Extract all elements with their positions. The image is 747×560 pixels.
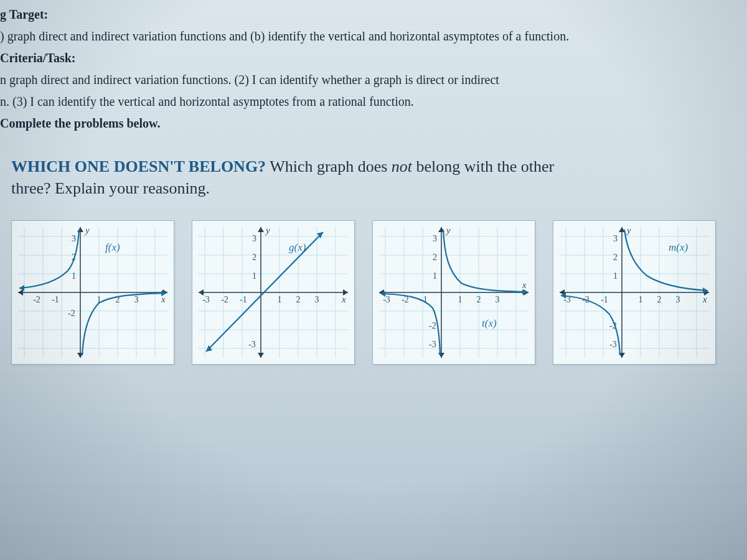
- svg-text:-2: -2: [221, 295, 228, 304]
- svg-text:-1: -1: [52, 295, 59, 304]
- svg-text:2: 2: [296, 295, 301, 304]
- criteria-text-1: n graph direct and indirect variation fu…: [0, 72, 740, 88]
- question-block: WHICH ONE DOESN'T BELONG? Which graph do…: [0, 151, 740, 209]
- svg-text:-2: -2: [68, 309, 75, 318]
- svg-text:-2: -2: [429, 321, 436, 330]
- svg-text:3: 3: [676, 295, 680, 304]
- plot-t: 3 2 1 -2 -3 -3 -2 -1 1 2 3 y x t(x): [373, 221, 535, 364]
- svg-text:3: 3: [72, 234, 76, 243]
- axes: [199, 227, 348, 358]
- svg-text:2: 2: [613, 253, 618, 262]
- svg-text:3: 3: [134, 295, 139, 304]
- complete-instruction: Complete the problems below.: [0, 115, 740, 132]
- svg-text:1: 1: [278, 295, 282, 304]
- question-rest-b: belong with the other: [412, 157, 554, 175]
- tick-labels: 3 2 1 -2 -3 -3 -2 -1 1 2 3 y x: [383, 225, 527, 349]
- svg-marker-90: [438, 353, 444, 358]
- axes: [379, 227, 529, 358]
- svg-text:3: 3: [252, 234, 256, 243]
- graph-m: 3 2 1 -2 -3 -3 -2 -1 1 2 3 y x m(x): [553, 220, 716, 365]
- fn-label-m: m(x): [669, 241, 688, 253]
- svg-text:y: y: [445, 225, 451, 235]
- tick-labels: 3 2 1 -3 -3 -2 -1 1 2 3 y x: [202, 225, 346, 349]
- svg-text:-1: -1: [601, 295, 608, 304]
- svg-text:y: y: [265, 225, 270, 235]
- svg-text:-1: -1: [240, 295, 247, 304]
- svg-text:3: 3: [315, 295, 319, 304]
- svg-text:y: y: [626, 225, 631, 235]
- svg-text:x: x: [702, 294, 707, 304]
- svg-text:1: 1: [639, 295, 643, 304]
- fn-label-f: f(x): [105, 241, 120, 253]
- svg-text:y: y: [84, 225, 90, 235]
- svg-text:3: 3: [433, 234, 437, 243]
- graph-f: 3 2 1 -2 -2 -1 1 2 3 y x f(x): [11, 220, 174, 365]
- svg-text:1: 1: [613, 271, 618, 281]
- svg-text:3: 3: [613, 234, 618, 243]
- plot-g: 3 2 1 -3 -3 -2 -1 1 2 3 y x g(x): [192, 221, 354, 364]
- svg-text:2: 2: [433, 253, 437, 262]
- criteria-text-2: n. (3) I can identify the vertical and h…: [0, 93, 740, 110]
- svg-marker-54: [258, 353, 264, 358]
- tick-labels: 3 2 1 -2 -2 -1 1 2 3 y x: [33, 225, 166, 318]
- svg-text:2: 2: [477, 295, 481, 304]
- svg-text:-3: -3: [429, 340, 436, 349]
- question-line-2: three? Explain your reasoning.: [11, 177, 733, 199]
- svg-text:1: 1: [72, 271, 76, 281]
- svg-text:1: 1: [252, 271, 256, 281]
- graph-t: 3 2 1 -2 -3 -3 -2 -1 1 2 3 y x t(x): [372, 220, 535, 365]
- svg-text:3: 3: [496, 295, 500, 304]
- question-line-1: WHICH ONE DOESN'T BELONG? Which graph do…: [11, 156, 733, 177]
- svg-text:x: x: [522, 280, 527, 290]
- criteria-label: Criteria/Task:: [0, 50, 740, 67]
- svg-text:2: 2: [657, 295, 662, 304]
- graphs-row: 3 2 1 -2 -2 -1 1 2 3 y x f(x): [0, 220, 740, 365]
- worksheet-page: g Target: ) graph direct and indirect va…: [0, 0, 747, 365]
- question-rest-a: Which graph does: [266, 157, 392, 175]
- fn-label-t: t(x): [482, 317, 497, 329]
- plot-m: 3 2 1 -2 -3 -3 -2 -1 1 2 3 y x m(x): [553, 221, 715, 364]
- svg-marker-53: [258, 227, 264, 232]
- svg-text:-3: -3: [383, 295, 390, 304]
- svg-marker-19: [77, 227, 83, 232]
- svg-text:-3: -3: [202, 295, 210, 304]
- svg-text:1: 1: [458, 295, 463, 304]
- svg-marker-18: [18, 289, 23, 296]
- svg-text:x: x: [341, 294, 346, 304]
- target-text: ) graph direct and indirect variation fu…: [0, 28, 740, 45]
- question-prefix: WHICH ONE DOESN'T BELONG?: [11, 157, 266, 175]
- svg-text:1: 1: [433, 271, 437, 281]
- svg-text:-3: -3: [248, 340, 256, 349]
- axes: [18, 227, 167, 358]
- question-not: not: [392, 157, 412, 175]
- svg-text:-2: -2: [33, 295, 40, 304]
- svg-text:-3: -3: [609, 340, 617, 349]
- graph-g: 3 2 1 -3 -3 -2 -1 1 2 3 y x g(x): [192, 220, 355, 365]
- target-label: g Target:: [0, 6, 740, 23]
- svg-text:2: 2: [252, 253, 256, 262]
- plot-f: 3 2 1 -2 -2 -1 1 2 3 y x f(x): [12, 221, 174, 364]
